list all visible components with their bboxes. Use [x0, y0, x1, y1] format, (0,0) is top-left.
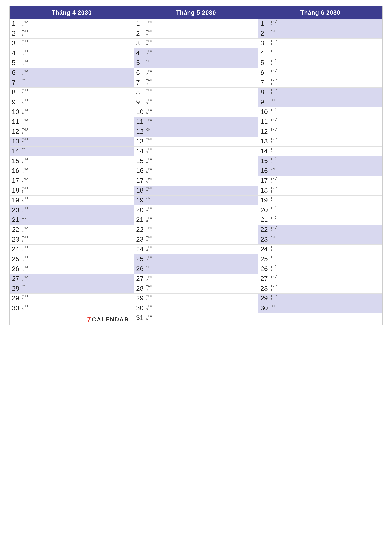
day-info: THỨ6 [271, 216, 277, 223]
day-number: 29 [12, 295, 21, 301]
day-number: 7 [261, 79, 270, 86]
week-number: 3 [22, 102, 28, 105]
day-info: CN [271, 99, 275, 102]
day-row: 29THỨ2 [10, 294, 134, 303]
day-label: THỨ [146, 177, 152, 180]
day-number: 26 [136, 265, 146, 272]
day-row: 27THỨ2 [134, 274, 258, 284]
day-row: 8THỨ4 [134, 88, 258, 97]
day-row: 1THỨ2 [10, 19, 134, 29]
day-info: THỨ6 [146, 109, 152, 116]
day-info: THỨ3 [271, 118, 277, 125]
day-info: THỨ4 [271, 59, 277, 66]
day-number: 16 [261, 167, 270, 174]
day-row: 26CN [134, 264, 258, 274]
day-label: THỨ [146, 158, 152, 161]
day-label: THỨ [22, 197, 28, 200]
week-number: 2 [271, 112, 277, 115]
day-number: 28 [136, 285, 146, 292]
day-row: 30THỨ5 [134, 303, 258, 313]
day-row: 30THỨ3 [10, 303, 134, 313]
day-info: THỨ5 [22, 118, 28, 125]
week-number: 3 [22, 239, 28, 242]
day-label: THỨ [271, 265, 277, 269]
week-number: 5 [146, 308, 152, 311]
day-label: THỨ [271, 187, 277, 190]
day-info: THỨ4 [146, 20, 152, 27]
day-info: THỨ7 [271, 20, 277, 27]
week-number: 4 [22, 112, 28, 115]
week-number: 3 [271, 122, 277, 125]
day-label: THỨ [146, 89, 152, 92]
day-info: THỨ2 [271, 40, 277, 47]
day-row: 26THỨ6 [10, 264, 134, 274]
week-number: 3 [271, 53, 277, 56]
day-row: 5THỨ4 [258, 58, 382, 68]
day-number: 4 [12, 50, 21, 56]
day-number: 6 [12, 69, 21, 76]
day-number: 16 [12, 167, 21, 174]
day-row: 18THỨ7 [134, 186, 258, 196]
week-number: 5 [22, 53, 28, 56]
week-number: 2 [271, 249, 277, 252]
day-number: 14 [12, 148, 21, 154]
day-number: 20 [136, 207, 146, 213]
day-info: THỨ2 [22, 20, 28, 27]
day-number: 5 [261, 59, 270, 66]
day-label: THỨ [22, 89, 28, 92]
week-number: 4 [271, 131, 277, 134]
month-header-april: Tháng 4 2030 [10, 7, 134, 19]
week-number: 3 [271, 259, 277, 262]
day-row: 20THỨ5 [258, 205, 382, 215]
day-info: THỨ5 [146, 30, 152, 37]
week-number: 2 [146, 73, 152, 76]
day-row: 6THỨ5 [258, 68, 382, 78]
day-row: 8THỨ2 [10, 88, 134, 97]
day-label: THỨ [271, 20, 277, 23]
day-label: THỨ [271, 177, 277, 180]
day-info: THỨ2 [146, 207, 152, 214]
day-row: 12CN [134, 127, 258, 137]
week-number: 4 [146, 92, 152, 95]
day-number: 12 [261, 128, 270, 135]
day-info: THỨ7 [22, 69, 28, 76]
day-row: 9THỨ5 [134, 97, 258, 107]
week-number: 6 [146, 249, 152, 252]
day-info: THỨ6 [22, 128, 28, 135]
day-info: CN [271, 30, 275, 34]
day-number: 5 [136, 59, 146, 66]
day-label: THỨ [22, 40, 28, 43]
day-number: 19 [136, 197, 146, 204]
day-label: THỨ [146, 109, 152, 112]
day-label: THỨ [146, 236, 152, 239]
week-number: 4 [271, 63, 277, 66]
day-label: THỨ [22, 118, 28, 122]
day-info: CN [146, 128, 150, 132]
day-label: THỨ [271, 128, 277, 131]
week-number: 7 [271, 229, 277, 233]
day-label: THỨ [22, 187, 28, 190]
day-info: CN [146, 265, 150, 269]
day-row: 17THỨ2 [258, 176, 382, 186]
day-number: 10 [136, 109, 146, 115]
week-number: 6 [271, 219, 277, 223]
week-number: 5 [146, 33, 152, 37]
day-row: 22THỨ4 [134, 225, 258, 235]
day-label: CN [146, 128, 150, 131]
day-row: 9CN [258, 97, 382, 107]
week-number: 7 [22, 141, 28, 144]
month-column-april: Tháng 4 20301THỨ22THỨ33THỨ44THỨ55THỨ66TH… [10, 7, 134, 325]
day-row: 31THỨ6 [134, 313, 258, 323]
day-row: 22THỨ2 [10, 225, 134, 235]
day-info: THỨ3 [22, 167, 28, 174]
day-label: CN [146, 59, 150, 63]
day-info: THỨ2 [146, 275, 152, 282]
day-info: CN [22, 79, 26, 83]
day-number: 4 [261, 50, 270, 56]
day-info: THỨ7 [271, 226, 277, 233]
day-number: 19 [12, 197, 21, 204]
week-number: 6 [22, 131, 28, 134]
day-number: 28 [12, 285, 21, 292]
day-label: THỨ [146, 30, 152, 33]
week-number: 7 [271, 298, 277, 301]
